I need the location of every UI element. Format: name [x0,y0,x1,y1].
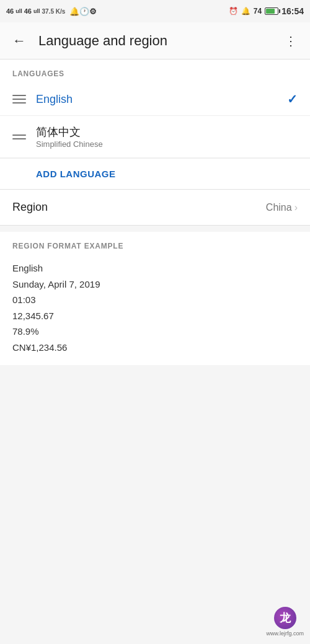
signal-indicator: 46 [6,7,14,15]
format-section: REGION FORMAT EXAMPLE English Sunday, Ap… [0,232,310,365]
format-line-3: 01:03 [12,292,298,308]
region-value: China [266,202,292,213]
signal-divider: ull [16,8,22,14]
region-value-wrap: China › [266,202,298,213]
watermark-logo: 龙 [274,607,296,629]
language-item-chinese[interactable]: 简体中文 Simplified Chinese [0,116,310,158]
drag-line-2 [12,99,26,100]
notification-icons: 🔔🕐⚙ [69,7,97,16]
format-line-5: 78.9% [12,324,298,340]
page-title: Language and region [38,33,272,49]
watermark: 龙 www.lejrfg.com [266,607,304,637]
language-name-chinese: 简体中文 [36,125,298,139]
add-language-button[interactable]: ADD LANGUAGE [0,158,310,189]
drag-line-1 [12,95,26,96]
language-name-english: English [36,93,287,106]
battery-icon [265,7,278,15]
status-right: ⏰ 🔔 74 16:54 [229,6,304,16]
back-button[interactable]: ← [10,32,29,50]
watermark-url: www.lejrfg.com [266,630,304,637]
time-display: 16:54 [281,6,304,16]
language-item-english[interactable]: English ✓ [0,83,310,116]
drag-line-4 [12,135,26,136]
region-row[interactable]: Region China › [0,189,310,226]
network-speed: 37.5 K/s [42,8,66,15]
languages-section-header: LANGUAGES [0,60,310,83]
battery-label: 74 [254,7,262,15]
format-line-2: Sunday, April 7, 2019 [12,276,298,293]
languages-section: LANGUAGES English ✓ 简体中文 Simplified Chin… [0,60,310,189]
timer-icon: 🔔 [241,7,250,15]
status-left: 46 ull 46 ull 37.5 K/s 🔔🕐⚙ [6,7,97,16]
language-sub-chinese: Simplified Chinese [36,139,298,149]
alarm-icon: ⏰ [229,7,238,15]
format-line-4: 12,345.67 [12,308,298,324]
format-section-header: REGION FORMAT EXAMPLE [12,242,298,250]
language-name-zh-wrap: 简体中文 Simplified Chinese [36,125,298,149]
battery-fill [266,9,275,14]
drag-handle-english[interactable] [12,95,26,104]
status-bar: 46 ull 46 ull 37.5 K/s 🔔🕐⚙ ⏰ 🔔 74 16:54 [0,0,310,22]
format-line-6: CN¥1,234.56 [12,340,298,356]
active-check-icon: ✓ [287,92,298,107]
signal-indicator2: 46 [24,7,32,15]
chevron-right-icon: › [294,202,298,213]
region-label: Region [12,201,48,214]
drag-handle-chinese[interactable] [12,135,26,139]
drag-line-3 [12,102,26,104]
drag-line-5 [12,138,26,139]
more-options-button[interactable]: ⋮ [282,31,300,51]
signal-divider2: ull [33,8,40,14]
format-line-1: English [12,260,298,276]
app-bar: ← Language and region ⋮ [0,22,310,60]
